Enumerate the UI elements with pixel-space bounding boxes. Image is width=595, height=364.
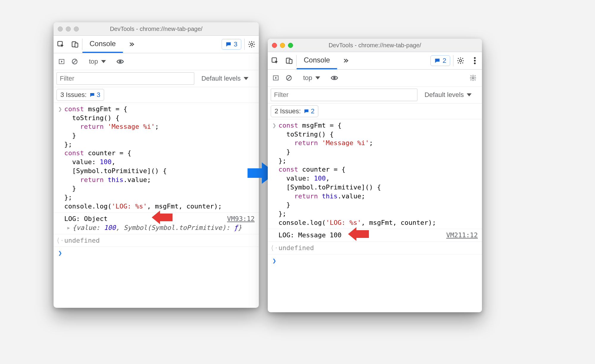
svg-rect-9 [289,59,292,64]
device-toggle-icon[interactable] [68,36,82,53]
device-toggle-icon[interactable] [282,52,296,69]
window-title: DevTools - chrome://new-tab-page/ [54,26,259,32]
issues-bar: 2 Issues: 2 [268,103,482,119]
live-expression-icon[interactable] [115,58,125,65]
more-icon[interactable] [468,52,482,69]
svg-point-3 [250,43,253,46]
console-tab-label: Console [90,40,116,48]
filter-input[interactable] [57,72,194,85]
issues-chip-label: 3 Issues: [60,91,87,99]
prompt-chevron-icon: ❯ [56,105,64,211]
console-prompt-row[interactable]: ❯ [268,255,482,267]
chevron-down-icon [101,60,106,63]
svg-point-13 [474,62,476,64]
filter-input[interactable] [271,89,417,101]
console-settings-icon[interactable] [467,74,479,81]
issues-chip-count: 3 [97,91,100,99]
console-tab-label: Console [304,56,330,64]
console-body: ❯ const msgFmt = { toString() { return '… [54,103,259,308]
message-icon [434,58,440,64]
issues-chip-label: 2 Issues: [275,107,301,115]
console-input-row: ❯ const msgFmt = { toString() { return '… [54,103,259,213]
tabbar: Console 2 [268,52,482,70]
message-icon [226,41,231,47]
message-icon: 3 [90,91,100,99]
sidebar-toggle-icon[interactable] [57,58,67,65]
issues-badge[interactable]: 3 [222,39,241,50]
source-link[interactable]: VM93:12 [227,214,255,223]
source-link[interactable]: VM211:12 [446,231,478,240]
sidebar-toggle-icon[interactable] [271,75,281,81]
issues-chip[interactable]: 3 Issues: 3 [57,89,104,101]
tabbar: Console 3 [54,36,259,53]
prompt-chevron-icon: ❯ [270,256,278,265]
svg-point-10 [459,59,462,62]
titlebar: DevTools - chrome://new-tab-page/ [268,39,482,52]
issues-bar: 3 Issues: 3 [54,87,259,103]
prompt-chevron-icon: ❯ [270,121,278,227]
console-output-row: VM93:12 LOG: Object ▸ {value: 100, Symbo… [54,213,259,234]
svg-point-17 [472,77,474,79]
tabs-overflow-icon[interactable] [123,36,140,53]
log-levels-label: Default levels [425,91,464,99]
settings-icon[interactable] [245,36,259,53]
issues-chip[interactable]: 2 Issues: 2 [271,105,318,117]
live-expression-icon[interactable] [329,74,339,82]
filter-bar: Default levels [268,87,482,103]
log-levels-selector[interactable]: Default levels [198,75,251,82]
titlebar: DevTools - chrome://new-tab-page/ [54,22,259,36]
console-input-row: ❯ const msgFmt = { toString() { return '… [268,119,482,229]
object-preview[interactable]: {value: 100, Symbol(Symbol.toPrimitive):… [72,223,242,232]
log-levels-label: Default levels [201,75,241,82]
window-title: DevTools - chrome://new-tab-page/ [268,42,482,49]
svg-rect-2 [75,43,78,47]
settings-icon[interactable] [453,52,468,69]
clear-console-icon[interactable] [70,58,80,65]
chevron-down-icon [244,77,248,80]
issues-chip-count: 2 [311,107,314,115]
result-chevron-icon: ⟨· [270,244,278,252]
console-toolbar: top [268,70,482,87]
issues-badge-count: 2 [443,57,446,65]
devtools-window-before: DevTools - chrome://new-tab-page/ Consol… [54,22,259,308]
filter-bar: Default levels [54,70,259,87]
console-code: const msgFmt = { toString() { return 'Me… [278,121,478,227]
issues-badge[interactable]: 2 [430,55,450,66]
result-chevron-icon: ⟨· [56,236,64,245]
expand-triangle-icon[interactable]: ▸ [67,223,71,232]
context-label: top [303,74,312,82]
console-prompt-row[interactable]: ❯ [54,247,259,259]
callout-arrow-icon [152,211,173,224]
svg-point-6 [119,60,121,63]
tabs-overflow-icon[interactable] [337,52,354,69]
console-tab[interactable]: Console [297,52,337,69]
console-body: ❯ const msgFmt = { toString() { return '… [268,119,482,312]
undefined-result: undefined [278,244,314,252]
callout-arrow-icon [348,227,369,241]
devtools-window-after: DevTools - chrome://new-tab-page/ Consol… [268,39,482,312]
undefined-result: undefined [64,237,100,244]
clear-console-icon[interactable] [284,75,294,81]
chevron-down-icon [315,76,320,79]
inspect-icon[interactable] [268,52,282,69]
inspect-icon[interactable] [54,36,68,53]
issues-badge-count: 3 [234,40,237,48]
console-result-row: ⟨· undefined [54,234,259,247]
svg-point-11 [474,57,476,59]
console-toolbar: top [54,53,259,70]
message-icon: 2 [304,107,314,115]
console-result-row: ⟨· undefined [268,242,482,255]
log-levels-selector[interactable]: Default levels [422,91,475,99]
chevron-down-icon [467,93,472,96]
console-output-row: VM211:12 LOG: Message 100 [268,229,482,242]
context-selector[interactable]: top [86,58,109,65]
svg-point-16 [333,77,336,79]
context-selector[interactable]: top [300,74,323,82]
svg-point-12 [474,60,476,62]
console-code: const msgFmt = { toString() { return 'Me… [64,105,255,211]
context-label: top [89,58,98,65]
console-tab[interactable]: Console [82,36,123,53]
prompt-chevron-icon: ❯ [56,249,64,258]
